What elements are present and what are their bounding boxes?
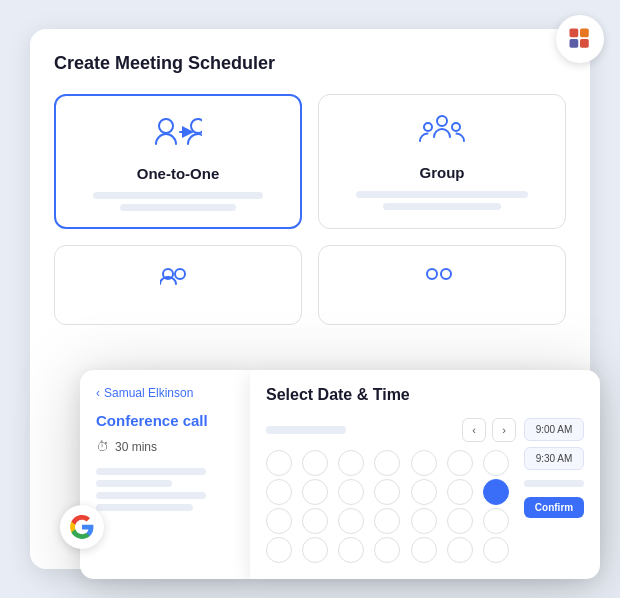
google-badge	[60, 505, 104, 549]
one-to-one-skeleton	[72, 192, 284, 211]
svg-point-12	[427, 269, 437, 279]
prev-month-button[interactable]: ‹	[462, 418, 486, 442]
cal-day[interactable]	[483, 537, 509, 563]
svg-rect-1	[580, 29, 589, 38]
duration-label: 30 mins	[115, 440, 157, 454]
skeleton-line	[96, 480, 172, 487]
svg-rect-2	[570, 39, 579, 48]
cal-day[interactable]	[374, 450, 400, 476]
meeting-type-one-to-one[interactable]: One-to-One	[54, 94, 302, 229]
round-robin-icon	[424, 266, 460, 291]
datetime-title: Select Date & Time	[266, 386, 584, 404]
meeting-type-round-robin[interactable]	[318, 245, 566, 325]
cal-day[interactable]	[374, 537, 400, 563]
svg-point-9	[452, 123, 460, 131]
cal-day[interactable]	[266, 450, 292, 476]
cal-day[interactable]	[338, 537, 364, 563]
calendar-nav: ‹ ›	[462, 418, 516, 442]
cal-day[interactable]	[483, 508, 509, 534]
confirm-button[interactable]: Confirm	[524, 497, 584, 518]
cal-day[interactable]	[266, 537, 292, 563]
calendar-grid	[266, 450, 516, 563]
office-icon	[556, 15, 604, 63]
svg-point-7	[437, 116, 447, 126]
cal-day[interactable]	[338, 479, 364, 505]
cal-day-selected[interactable]	[483, 479, 509, 505]
next-month-button[interactable]: ›	[492, 418, 516, 442]
cal-day[interactable]	[411, 479, 437, 505]
cal-day[interactable]	[411, 537, 437, 563]
conf-duration: ⏱ 30 mins	[96, 439, 234, 454]
svg-point-6	[191, 119, 202, 133]
page-title: Create Meeting Scheduler	[54, 53, 566, 74]
back-label: Samual Elkinson	[104, 386, 193, 400]
webinar-icon	[160, 266, 196, 291]
cal-day[interactable]	[447, 537, 473, 563]
one-to-one-icon	[154, 116, 202, 155]
time-slot-9am[interactable]: 9:00 AM	[524, 418, 584, 441]
cal-day[interactable]	[266, 508, 292, 534]
svg-rect-3	[580, 39, 589, 48]
cal-day[interactable]	[302, 508, 328, 534]
back-link[interactable]: ‹ Samual Elkinson	[96, 386, 234, 400]
cal-day[interactable]	[338, 450, 364, 476]
calendar-area: ‹ ›	[266, 418, 516, 563]
group-label: Group	[420, 164, 465, 181]
time-slot-930am[interactable]: 9:30 AM	[524, 447, 584, 470]
cal-day[interactable]	[447, 508, 473, 534]
svg-point-11	[175, 269, 185, 279]
conf-skeletons	[96, 468, 234, 511]
group-skeleton	[335, 191, 549, 210]
month-label	[266, 426, 346, 434]
main-card: Create Meeting Scheduler One-to-One	[30, 29, 590, 569]
conf-title: Conference call	[96, 412, 234, 429]
one-to-one-label: One-to-One	[137, 165, 220, 182]
meeting-type-group[interactable]: Group	[318, 94, 566, 229]
svg-point-8	[424, 123, 432, 131]
cal-day[interactable]	[302, 537, 328, 563]
conference-panel: ‹ Samual Elkinson Conference call ⏱ 30 m…	[80, 370, 250, 579]
time-skeleton	[524, 480, 584, 487]
cal-day[interactable]	[411, 450, 437, 476]
svg-point-4	[159, 119, 173, 133]
calendar-header: ‹ ›	[266, 418, 516, 442]
overlay-popup: ‹ Samual Elkinson Conference call ⏱ 30 m…	[80, 370, 600, 579]
clock-icon: ⏱	[96, 439, 109, 454]
svg-point-13	[441, 269, 451, 279]
cal-day[interactable]	[447, 479, 473, 505]
cal-day[interactable]	[447, 450, 473, 476]
skeleton-line	[383, 203, 501, 210]
datetime-panel: Select Date & Time ‹ ›	[250, 370, 600, 579]
datetime-content: ‹ ›	[266, 418, 584, 563]
cal-day[interactable]	[374, 479, 400, 505]
svg-rect-0	[570, 29, 579, 38]
skeleton-line	[96, 504, 193, 511]
skeleton-line	[120, 204, 237, 211]
meeting-type-webinar[interactable]	[54, 245, 302, 325]
skeleton-line	[96, 468, 206, 475]
cal-day[interactable]	[338, 508, 364, 534]
time-slots-area: 9:00 AM 9:30 AM Confirm	[524, 418, 584, 563]
skeleton-line	[356, 191, 527, 198]
cal-day[interactable]	[483, 450, 509, 476]
back-arrow-icon: ‹	[96, 386, 100, 400]
group-icon	[418, 115, 466, 154]
skeleton-line	[93, 192, 263, 199]
cal-day[interactable]	[302, 450, 328, 476]
cal-day[interactable]	[374, 508, 400, 534]
cal-day[interactable]	[302, 479, 328, 505]
meeting-types-grid: One-to-One Group	[54, 94, 566, 229]
cal-day[interactable]	[266, 479, 292, 505]
cal-day[interactable]	[411, 508, 437, 534]
skeleton-line	[96, 492, 206, 499]
bottom-meeting-row	[54, 245, 566, 325]
